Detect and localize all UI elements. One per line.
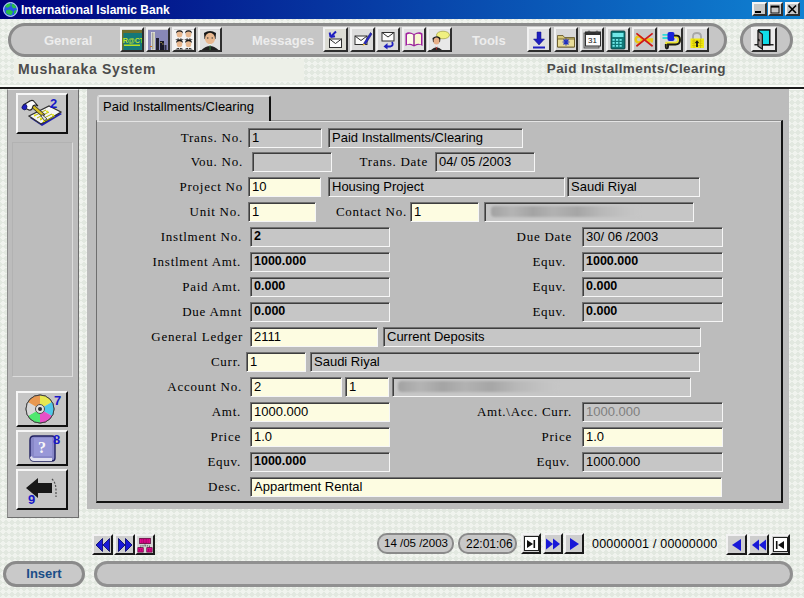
svg-text:2: 2 [50, 96, 57, 111]
svg-text:R@CT: R@CT [123, 36, 142, 43]
svg-text:31: 31 [588, 36, 597, 45]
